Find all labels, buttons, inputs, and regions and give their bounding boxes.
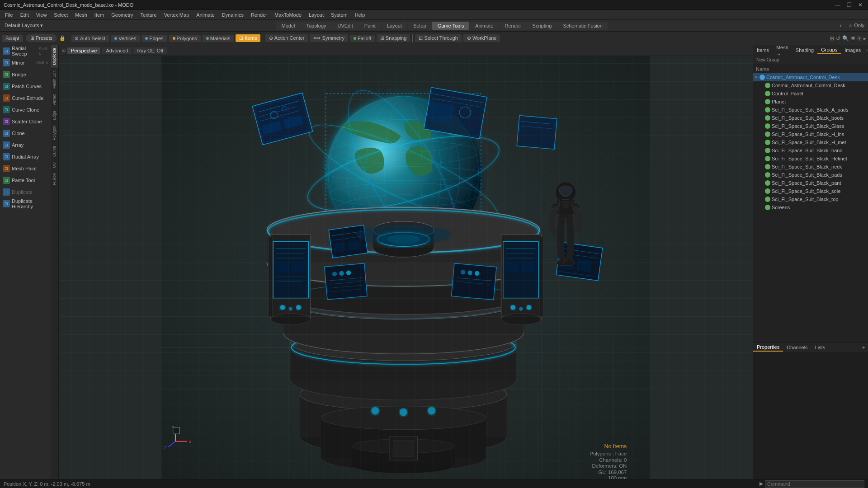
tool-bridge[interactable]: ⊡Bridge — [0, 69, 51, 80]
tool-mirror[interactable]: ⊡MirrorShift-V — [0, 57, 51, 69]
menu-item-system[interactable]: System — [328, 11, 351, 19]
tool-duplicate-hierarchy[interactable]: ⊡Duplicate Hierarchy — [0, 198, 51, 210]
vert-tab-edge[interactable]: Edge — [51, 108, 58, 123]
visibility-icon[interactable] — [765, 91, 770, 96]
visibility-icon[interactable] — [765, 148, 770, 153]
menu-item-render[interactable]: Render — [248, 11, 270, 19]
visibility-icon[interactable] — [765, 172, 770, 178]
tool-paste-tool[interactable]: ⊡Paste Tool — [0, 174, 51, 186]
right-panel-icon-0[interactable]: ◁ — [864, 47, 868, 54]
tool-clone[interactable]: ⊡Clone — [0, 127, 51, 139]
visibility-icon[interactable] — [765, 131, 770, 137]
tool-radial-sweep[interactable]: ⊡Radial SweepShift-L — [0, 45, 51, 57]
advanced-button[interactable]: Advanced — [102, 47, 132, 54]
tree-item[interactable]: Sci_Fi_Space_Suit_Black_boots — [753, 114, 868, 122]
tree-item[interactable]: Cosmic_Astronaut_Control_Desk — [753, 81, 868, 89]
vert-tab-vertex[interactable]: Vertex — [51, 91, 58, 108]
ray-gl-button[interactable]: Ray GL: Off — [133, 47, 167, 54]
right-tab-shading[interactable]: Shading — [792, 47, 817, 54]
menu-item-dynamics[interactable]: Dynamics — [219, 11, 247, 19]
visibility-icon[interactable] — [765, 115, 770, 121]
tree-item[interactable]: Screens — [753, 203, 868, 211]
layout-tab-topology[interactable]: Topology — [301, 22, 332, 30]
tool-icon-4[interactable]: ✱ — [851, 35, 855, 42]
perspective-button[interactable]: Perspective — [67, 47, 100, 54]
tool-icon-1[interactable]: ⊞ — [830, 35, 834, 42]
layout-tab-scripting[interactable]: Scripting — [527, 22, 557, 30]
viewport[interactable]: ⊡ Perspective Advanced Ray GL: Off — [59, 45, 753, 479]
vertices-button[interactable]: Vertices — [111, 35, 140, 42]
right-tab-mesh-[interactable]: Mesh ... — [773, 44, 792, 56]
tool-patch-curves[interactable]: ⊡Patch Curves — [0, 80, 51, 92]
channels-tab[interactable]: Channels — [783, 344, 811, 351]
tool-scatter-clone[interactable]: ⊡Scatter Clone — [0, 116, 51, 127]
vert-tab-duplicate[interactable]: Duplicate — [51, 45, 58, 68]
tool-array[interactable]: ⊡Array — [0, 139, 51, 151]
close-button[interactable]: ✕ — [856, 2, 864, 8]
presets-button[interactable]: ⊞ Presets — [26, 34, 57, 42]
layout-selector[interactable]: Default Layouts ▾ — [0, 21, 48, 30]
tree-item[interactable]: Sci_Fi_Space_Suit_Black_hand — [753, 146, 868, 155]
visibility-icon[interactable] — [765, 123, 770, 129]
layout-tab-paint[interactable]: Paint — [359, 22, 381, 30]
visibility-icon[interactable] — [765, 205, 770, 210]
tree-item[interactable]: Control_Panel — [753, 89, 868, 98]
falloff-button[interactable]: Falloff — [350, 35, 375, 42]
tree-item[interactable]: Sci_Fi_Space_Suit_Black_top — [753, 195, 868, 203]
vert-tab-curve[interactable]: Curve — [51, 143, 58, 160]
vert-tab-mesh-edit[interactable]: Mesh Edit — [51, 68, 58, 91]
materials-button[interactable]: Materials — [203, 35, 234, 42]
tree-item[interactable]: Planet — [753, 98, 868, 106]
tree-item[interactable]: Sci_Fi_Space_Suit_Black_pads — [753, 171, 868, 179]
tree-item[interactable]: ▾Cosmic_Astronaut_Control_Desk — [753, 73, 868, 81]
polygons-button[interactable]: Polygons — [169, 35, 201, 42]
visibility-icon[interactable] — [765, 99, 770, 104]
command-input[interactable] — [765, 480, 864, 488]
minimize-button[interactable]: — — [833, 2, 842, 8]
viewport-3d[interactable]: X Y Z No Items Polygons : Face Channels:… — [59, 56, 753, 479]
menu-item-mesh[interactable]: Mesh — [72, 11, 90, 19]
menu-item-help[interactable]: Help — [352, 11, 368, 19]
right-tab-images[interactable]: Images — [841, 47, 864, 54]
tree-item[interactable]: Sci_Fi_Space_Suit_Black_neck — [753, 163, 868, 171]
tree-expand-icon[interactable]: ▾ — [755, 75, 760, 80]
tree-item[interactable]: Sci_Fi_Space_Suit_Black_A_pads — [753, 106, 868, 114]
menu-item-layout[interactable]: Layout — [306, 11, 327, 19]
visibility-icon[interactable] — [765, 164, 770, 169]
groups-new-group-button[interactable]: New Group — [755, 57, 781, 63]
tree-item[interactable]: Sci_Fi_Space_Suit_Black_H_ins — [753, 130, 868, 138]
visibility-icon[interactable] — [765, 197, 770, 202]
tool-radial-array[interactable]: ⊡Radial Array — [0, 151, 51, 163]
visibility-icon[interactable] — [765, 83, 770, 88]
menu-item-select[interactable]: Select — [51, 11, 71, 19]
visibility-icon[interactable] — [760, 75, 765, 80]
maximize-button[interactable]: ❐ — [845, 2, 854, 8]
menu-item-file[interactable]: File — [2, 11, 16, 19]
only-button[interactable]: ☆ Only — [848, 23, 864, 28]
lists-tab[interactable]: Lists — [811, 344, 829, 351]
layout-tab-game-tools[interactable]: Game Tools — [432, 22, 470, 30]
workplane-button[interactable]: ⊘ WorkPlane — [463, 34, 500, 42]
tree-item[interactable]: Sci_Fi_Space_Suit_Black_pant — [753, 179, 868, 187]
tree-item[interactable]: Sci_Fi_Space_Suit_Black_H_met — [753, 138, 868, 146]
add-panel-button[interactable]: ▸ — [860, 343, 868, 351]
layout-tab-render[interactable]: Render — [500, 22, 527, 30]
visibility-icon[interactable] — [765, 107, 770, 113]
tool-icon-6[interactable]: ▸ — [863, 35, 866, 42]
menu-item-edit[interactable]: Edit — [17, 11, 32, 19]
tree-item[interactable]: Sci_Fi_Space_Suit_Black_Helmet — [753, 155, 868, 163]
right-tab-groups[interactable]: Groups — [817, 46, 841, 54]
items-button[interactable]: ⊡ Items — [236, 34, 260, 42]
menu-item-animate[interactable]: Animate — [193, 11, 217, 19]
menu-item-vertex-map[interactable]: Vertex Map — [161, 11, 193, 19]
snapping-button[interactable]: ⊞ Snapping — [377, 34, 410, 42]
visibility-icon[interactable] — [765, 180, 770, 186]
tool-icon-3[interactable]: 🔍 — [842, 35, 849, 42]
menu-item-texture[interactable]: Texture — [137, 11, 160, 19]
vert-tab-fusion[interactable]: Fusion — [51, 170, 58, 188]
vert-tab-uv[interactable]: UV — [51, 160, 58, 171]
visibility-icon[interactable] — [765, 156, 770, 161]
layout-tab-model[interactable]: Model — [276, 22, 301, 30]
symmetry-button[interactable]: ⟺ Symmetry — [310, 34, 348, 42]
right-tab-items[interactable]: Items — [753, 47, 773, 54]
